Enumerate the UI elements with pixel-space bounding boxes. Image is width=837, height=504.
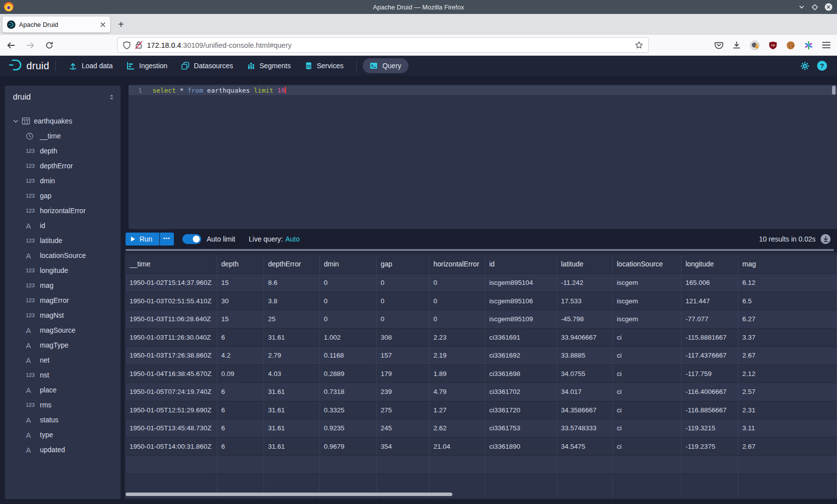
help-icon[interactable]: ? <box>817 61 827 71</box>
table-cell[interactable]: 0 <box>377 274 429 292</box>
url-text[interactable]: 172.18.0.4:30109/unified-console.html#qu… <box>147 41 635 49</box>
settings-gear-icon[interactable] <box>800 61 810 71</box>
table-cell[interactable]: 0.09 <box>217 365 264 383</box>
table-cell[interactable]: 3.11 <box>738 419 837 437</box>
table-cell[interactable]: 2.67 <box>738 347 837 365</box>
sidebar-column-longitude[interactable]: 123longitude <box>13 263 121 278</box>
table-cell[interactable]: 6.27 <box>738 310 837 328</box>
table-cell[interactable]: 1950-01-05T14:00:31.860Z <box>126 438 217 456</box>
table-cell[interactable]: ci3361753 <box>485 419 557 437</box>
table-cell[interactable]: ci <box>613 419 682 437</box>
table-cell[interactable]: ci3361698 <box>485 365 557 383</box>
table-cell[interactable]: 275 <box>377 401 429 419</box>
table-cell[interactable]: 165.006 <box>682 274 738 292</box>
table-cell[interactable]: ci <box>613 438 682 456</box>
table-cell[interactable]: 6 <box>217 438 264 456</box>
sidebar-column-net[interactable]: Anet <box>13 353 121 368</box>
nav-item-query[interactable]: Query <box>363 58 408 73</box>
table-cell[interactable]: 0 <box>429 310 485 328</box>
table-cell[interactable]: ci <box>613 347 682 365</box>
table-cell[interactable]: 21.04 <box>429 438 485 456</box>
cookie-icon[interactable] <box>786 41 795 50</box>
sidebar-column-magNst[interactable]: 123magNst <box>13 308 121 323</box>
table-cell[interactable]: 34.017 <box>557 383 613 401</box>
run-more-button[interactable]: ••• <box>160 233 174 246</box>
table-cell[interactable]: 6.5 <box>738 292 837 310</box>
table-cell[interactable]: -119.3215 <box>682 419 738 437</box>
table-cell[interactable]: 1950-01-03T17:26:38.860Z <box>126 347 217 365</box>
column-header-id[interactable]: id <box>485 255 557 273</box>
table-cell[interactable]: 4.79 <box>429 383 485 401</box>
table-cell[interactable]: 0.1168 <box>320 347 377 365</box>
table-cell[interactable]: 1950-01-03T02:51:55.410Z <box>126 292 217 310</box>
sidebar-column-depthError[interactable]: 123depthError <box>13 158 121 173</box>
tab-close-icon[interactable] <box>100 22 106 27</box>
sidebar-column-place[interactable]: Aplace <box>13 382 121 397</box>
table-cell[interactable]: 0.9235 <box>320 419 377 437</box>
sidebar-column-id[interactable]: Aid <box>13 218 121 233</box>
druid-brand[interactable]: druid <box>8 58 49 74</box>
table-cell[interactable]: 0 <box>377 310 429 328</box>
nav-item-load-data[interactable]: Load data <box>62 58 120 74</box>
url-bar[interactable]: 172.18.0.4:30109/unified-console.html#qu… <box>117 37 649 53</box>
table-cell[interactable]: 0.3325 <box>320 401 377 419</box>
pocket-icon[interactable] <box>714 41 723 50</box>
table-cell[interactable]: iscgem <box>613 310 682 328</box>
table-cell[interactable]: 1950-01-05T07:24:19.740Z <box>126 383 217 401</box>
column-header-locationSource[interactable]: locationSource <box>613 255 682 273</box>
horizontal-scrollbar[interactable] <box>126 493 452 496</box>
sidebar-column-nst[interactable]: 123nst <box>13 368 121 382</box>
table-cell[interactable]: -116.4006667 <box>682 383 738 401</box>
reload-icon[interactable] <box>45 41 53 49</box>
table-cell[interactable]: 4.03 <box>264 365 320 383</box>
table-cell[interactable]: 1950-01-04T16:38:45.670Z <box>126 365 217 383</box>
table-cell[interactable]: 1.002 <box>320 329 377 347</box>
sidebar-table-earthquakes[interactable]: earthquakes <box>13 114 121 128</box>
chevron-down-icon[interactable] <box>13 119 22 124</box>
table-cell[interactable]: 1950-01-05T12:51:29.690Z <box>126 401 217 419</box>
download-icon[interactable] <box>732 41 741 49</box>
table-cell[interactable]: 31.61 <box>264 383 320 401</box>
table-cell[interactable]: 6 <box>217 419 264 437</box>
column-header-__time[interactable]: __time <box>126 255 217 273</box>
window-maximize-icon[interactable] <box>812 4 818 10</box>
table-cell[interactable]: 31.61 <box>264 329 320 347</box>
color-asterisk-icon[interactable] <box>804 41 813 50</box>
table-cell[interactable]: 1950-01-02T15:14:37.960Z <box>126 274 217 292</box>
extension-avatar-icon[interactable] <box>750 40 760 50</box>
sort-icon[interactable] <box>109 94 115 101</box>
table-cell[interactable]: 239 <box>377 383 429 401</box>
download-results-icon[interactable] <box>821 234 831 244</box>
table-cell[interactable]: 0 <box>320 274 377 292</box>
sidebar-column-locationSource[interactable]: AlocationSource <box>13 248 121 263</box>
table-cell[interactable]: 1.89 <box>429 365 485 383</box>
table-cell[interactable]: -45.798 <box>557 310 613 328</box>
tracking-shield-icon[interactable] <box>123 41 131 50</box>
table-cell[interactable]: 34.0755 <box>557 365 613 383</box>
table-cell[interactable]: 354 <box>377 438 429 456</box>
table-cell[interactable]: 34.5475 <box>557 438 613 456</box>
column-header-depth[interactable]: depth <box>217 255 264 273</box>
table-cell[interactable]: 0 <box>429 274 485 292</box>
table-cell[interactable]: 2.67 <box>738 438 837 456</box>
table-cell[interactable]: 34.3586667 <box>557 401 613 419</box>
table-cell[interactable]: ci3361702 <box>485 383 557 401</box>
run-button[interactable]: Run <box>126 233 159 246</box>
live-query-value[interactable]: Auto <box>285 235 300 243</box>
table-cell[interactable]: 33.5748333 <box>557 419 613 437</box>
sql-query-text[interactable]: select * from earthquakes limit 10 <box>152 86 286 95</box>
table-cell[interactable]: 2.62 <box>429 419 485 437</box>
table-cell[interactable]: -119.2375 <box>682 438 738 456</box>
table-cell[interactable]: ci <box>613 401 682 419</box>
table-cell[interactable]: -11.242 <box>557 274 613 292</box>
nav-item-segments[interactable]: Segments <box>240 58 298 73</box>
nav-item-datasources[interactable]: Datasources <box>174 58 240 73</box>
table-cell[interactable]: 6 <box>217 401 264 419</box>
table-cell[interactable]: iscgem895109 <box>485 310 557 328</box>
sidebar-column-magError[interactable]: 123magError <box>13 293 121 308</box>
sidebar-column-updated[interactable]: Aupdated <box>13 442 121 457</box>
table-cell[interactable]: -77.077 <box>682 310 738 328</box>
column-header-mag[interactable]: mag <box>738 255 837 273</box>
table-cell[interactable]: 2.31 <box>738 401 837 419</box>
table-cell[interactable]: 8.6 <box>264 274 320 292</box>
